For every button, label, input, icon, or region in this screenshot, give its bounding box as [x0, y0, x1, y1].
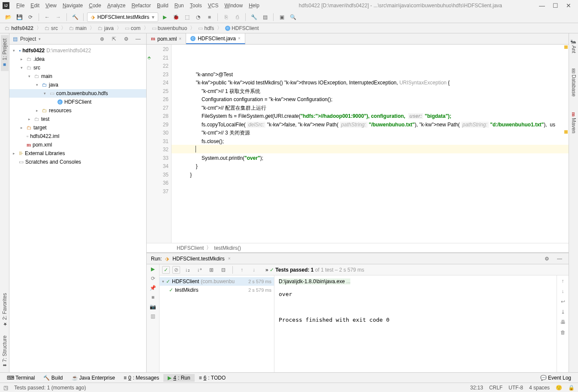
menu-file[interactable]: File	[14, 2, 27, 9]
sync-icon[interactable]: ⟳	[26, 12, 35, 22]
tree-item-hdfs0422[interactable]: ▾▪ hdfs0422 D:\maven\hdfs0422	[9, 46, 146, 55]
settings-icon[interactable]: ⚙	[542, 254, 551, 263]
breadcrumb-class[interactable]: HDFSClient	[177, 245, 204, 251]
tree-item-pom-xml[interactable]: m pom.xml	[9, 141, 146, 149]
scroll-end-icon[interactable]: ⤓	[561, 309, 565, 315]
build-icon[interactable]: 🔨	[70, 12, 80, 22]
toggle-icon[interactable]: ⟳	[151, 275, 155, 281]
save-icon[interactable]: 💾	[15, 12, 24, 22]
line-separator[interactable]: CRLF	[489, 385, 503, 391]
tree-item--idea[interactable]: ▸🗀 .idea	[9, 55, 146, 63]
search-icon[interactable]: 🔍	[288, 12, 298, 22]
tree-item-target[interactable]: ▸🗀 target	[9, 123, 146, 132]
tree-item-hdfsclient[interactable]: C HDFSClient	[9, 98, 146, 106]
breadcrumb-method[interactable]: testMkdirs()	[214, 245, 241, 251]
menu-analyze[interactable]: Analyze	[105, 2, 128, 9]
chevron-down-icon[interactable]: ▾	[39, 37, 41, 41]
maximize-button[interactable]: ☐	[553, 2, 558, 9]
prev-icon[interactable]: ↑	[237, 265, 247, 275]
menu-vcs[interactable]: VCS	[205, 2, 221, 9]
show-passed-icon[interactable]: ✓	[162, 266, 170, 274]
menu-help[interactable]: Help	[246, 2, 262, 9]
clear-icon[interactable]: 🗑	[560, 329, 566, 335]
run-config-selector[interactable]: ⬗ HDFSClient.testMkdirs ▾	[87, 12, 158, 22]
locate-icon[interactable]: ⊕	[97, 34, 107, 44]
project-tree[interactable]: ▾▪ hdfs0422 D:\maven\hdfs0422▸🗀 .idea▾🗀 …	[9, 45, 146, 372]
test-tree[interactable]: ▾ ✓ HDFSClient (com.buwenbu2 s 579 ms✓ t…	[160, 275, 274, 372]
code-area[interactable]: 202122232425262728293031323334353637⬘ "k…	[147, 45, 569, 243]
layout-icon[interactable]: ▥	[151, 313, 155, 319]
project-tool-tab[interactable]: ■ 1: Project	[1, 35, 9, 71]
close-tab-icon[interactable]: ×	[179, 36, 181, 41]
project-structure-icon[interactable]: ▤	[260, 12, 270, 22]
menu-build[interactable]: Build	[154, 2, 171, 9]
breadcrumb-src[interactable]: 🗀 src	[43, 25, 59, 32]
menu-window[interactable]: Window	[222, 2, 245, 9]
back-icon[interactable]: ←	[42, 12, 52, 22]
tree-item-src[interactable]: ▾🗀 src	[9, 63, 146, 72]
status-square-icon[interactable]: ◳	[3, 385, 8, 391]
file-encoding[interactable]: UTF-8	[509, 385, 523, 391]
open-icon[interactable]: 📂	[3, 12, 13, 22]
tree-item-hdfs0422-iml[interactable]: ▫ hdfs0422.iml	[9, 132, 146, 141]
tab-hdfsclient-java[interactable]: C HDFSClient.java ×	[186, 33, 245, 44]
bottom-tab-terminal[interactable]: ⌨ Terminal	[3, 374, 39, 382]
database-tool-tab[interactable]: 🗄 Database	[570, 65, 578, 100]
cursor-position[interactable]: 32:13	[470, 385, 483, 391]
breadcrumb-java[interactable]: 🗀 java	[96, 25, 115, 32]
tree-item-main[interactable]: ▾🗀 main	[9, 72, 146, 81]
tree-item-external-libraries[interactable]: ▸⊪ External Libraries	[9, 149, 146, 158]
collapse-icon[interactable]: ⇱	[109, 34, 119, 44]
print-icon[interactable]: 🖶	[560, 319, 566, 325]
structure-tool-tab[interactable]: ⬍ 7: Structure	[1, 332, 9, 371]
show-ignored-icon[interactable]: ⊘	[172, 266, 180, 274]
test-row-hdfsclient[interactable]: ▾ ✓ HDFSClient (com.buwenbu2 s 579 ms	[160, 277, 274, 286]
maven-tool-tab[interactable]: m Maven	[569, 109, 578, 137]
soft-wrap-icon[interactable]: ↩	[561, 299, 565, 305]
sort-icon[interactable]: ↓₂	[183, 265, 192, 275]
expand-all-icon[interactable]: ⊞	[207, 265, 216, 275]
attach-icon[interactable]: ⎘	[221, 12, 231, 22]
down-icon[interactable]: ↓	[562, 288, 564, 294]
menu-code[interactable]: Code	[86, 2, 104, 9]
menu-tools[interactable]: Tools	[187, 2, 205, 9]
breadcrumb-hdfs0422[interactable]: 🗀 hdfs0422	[3, 25, 35, 32]
bottom-tab-java-enterprise[interactable]: ☕ Java Enterprise	[67, 374, 120, 382]
settings-icon[interactable]: ⚙	[121, 34, 131, 44]
bottom-tab-build[interactable]: 🔨 Build	[39, 374, 67, 382]
ant-tool-tab[interactable]: 🐜 Ant	[570, 35, 578, 57]
tree-item-test[interactable]: ▸🗀 test	[9, 115, 146, 123]
menu-refactor[interactable]: Refactor	[129, 2, 154, 9]
indent-info[interactable]: 4 spaces	[529, 385, 550, 391]
coverage-icon[interactable]: ⬚	[182, 12, 192, 22]
expand-icon[interactable]: ▣	[277, 12, 286, 22]
bottom-tab-4--run[interactable]: ▶ 4: Run	[163, 374, 194, 382]
menu-edit[interactable]: Edit	[28, 2, 42, 9]
sort-alpha-icon[interactable]: ↓ᵃ	[195, 265, 204, 275]
hide-icon[interactable]: —	[555, 254, 564, 263]
inspection-icon[interactable]: 🙂	[556, 385, 562, 391]
breadcrumb-com[interactable]: ▭ com	[123, 25, 142, 32]
minimize-button[interactable]: —	[539, 2, 545, 9]
tree-item-scratches-and-consoles[interactable]: ▭ Scratches and Consoles	[9, 158, 146, 166]
console-output[interactable]: D:\java\jdk-1.8.0\bin\java.exe ... over …	[274, 275, 557, 372]
next-icon[interactable]: ↓	[249, 265, 259, 275]
profile-icon[interactable]: ◔	[193, 12, 203, 22]
event-log-tab[interactable]: 💬 Event Log	[536, 374, 575, 382]
lock-icon[interactable]: 🔒	[568, 385, 575, 391]
tree-item-java[interactable]: ▾🗀 java	[9, 81, 146, 89]
collapse-all-icon[interactable]: ⊟	[219, 265, 228, 275]
run-icon[interactable]: ▶	[160, 12, 169, 22]
menu-view[interactable]: View	[43, 2, 59, 9]
menu-run[interactable]: Run	[172, 2, 187, 9]
breadcrumb-hdfs[interactable]: ▭ hdfs	[197, 25, 215, 32]
tree-item-com-buwenbuhuo-hdfs[interactable]: ▾▭ com.buwenbuhuo.hdfs	[9, 89, 146, 98]
close-button[interactable]: ✕	[566, 2, 571, 9]
close-icon[interactable]: ×	[228, 256, 231, 261]
wrench-icon[interactable]: 🔧	[249, 12, 259, 22]
menu-navigate[interactable]: Navigate	[60, 2, 85, 9]
profile-attach-icon[interactable]: ⎙	[232, 12, 242, 22]
close-tab-icon[interactable]: ×	[238, 36, 241, 41]
hide-icon[interactable]: —	[133, 34, 143, 44]
breadcrumb-main[interactable]: 🗀 main	[68, 25, 88, 32]
